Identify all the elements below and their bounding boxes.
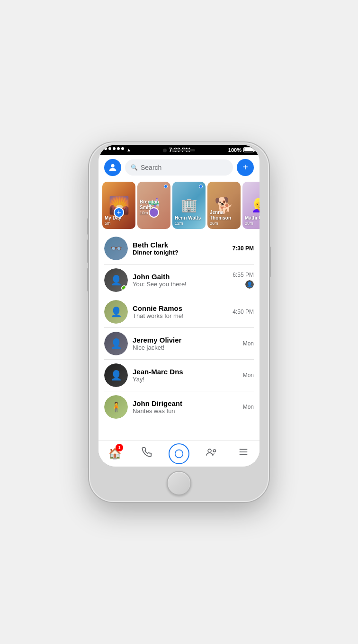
phone-screen: ▲ 7:30 PM 100% 🔍 xyxy=(98,145,260,467)
conv-item-john-d[interactable]: 🧍 John Dirigeant Nantes was fun Mon xyxy=(98,391,260,423)
signal-dot-5 xyxy=(121,147,124,150)
power-button[interactable] xyxy=(269,247,271,277)
compose-button[interactable]: + xyxy=(237,159,254,176)
conv-item-beth[interactable]: 👓 Beth Clark Dinner tonight? 7:30 PM xyxy=(98,233,260,264)
conv-item-john[interactable]: 👤 John Gaith You: See you there! 6:55 PM… xyxy=(98,265,260,296)
home-button[interactable] xyxy=(167,471,191,495)
battery-icon xyxy=(243,147,254,152)
svg-point-1 xyxy=(175,450,183,458)
conversations-list: 👓 Beth Clark Dinner tonight? 7:30 PM 👤 xyxy=(98,233,260,441)
conv-name-beth: Beth Clark xyxy=(133,241,228,249)
profile-icon xyxy=(107,162,118,173)
volume-up-button[interactable] xyxy=(87,239,89,263)
story-my-day-label: My Day 5m xyxy=(105,215,121,226)
nav-camera[interactable] xyxy=(163,441,195,467)
conv-right-jeanmarc: Mon xyxy=(243,372,254,379)
conv-item-jeanmarc[interactable]: 👤 Jean-Marc Dns Yay! Mon xyxy=(98,360,260,391)
svg-point-0 xyxy=(111,164,114,167)
story-brendan[interactable]: 🧋 Brendan Smith 10m xyxy=(137,182,170,229)
camera-svg-icon xyxy=(174,449,184,459)
search-icon: 🔍 xyxy=(131,164,138,171)
conv-avatar-john: 👤 xyxy=(104,268,128,292)
battery-percent: 100% xyxy=(228,147,242,153)
stories-section: 🌄 + My Day 5m 🧋 B xyxy=(98,180,260,233)
conv-time-beth: 7:30 PM xyxy=(233,245,254,252)
story-mathilde-image: 👱‍♀️ xyxy=(251,197,260,213)
conv-item-connie[interactable]: 👤 Connie Ramos That works for me! 4:50 P… xyxy=(98,296,260,327)
story-bg-henri: 🏢 Henri Watts 12m xyxy=(172,182,206,229)
conv-right-john: 6:55 PM 👤 xyxy=(233,272,254,289)
battery-area: 100% xyxy=(228,147,254,153)
read-receipt-john: 👤 xyxy=(245,280,254,289)
conv-details-john-d: John Dirigeant Nantes was fun xyxy=(133,399,238,415)
home-button-area xyxy=(167,467,191,500)
conv-right-jeremy: Mon xyxy=(243,340,254,347)
conv-item-jeremy[interactable]: 👤 Jeremy Olivier Nice jacket! Mon xyxy=(98,328,260,359)
conv-avatar-beth: 👓 xyxy=(104,237,128,260)
conv-avatar-img-beth: 👓 xyxy=(104,237,128,260)
menu-svg-icon xyxy=(238,448,249,457)
story-bg-brendan: 🧋 Brendan Smith 10m xyxy=(137,182,170,229)
camera-circle-button[interactable] xyxy=(169,443,189,464)
conv-avatar-connie: 👤 xyxy=(104,300,128,324)
conv-name-jeanmarc: Jean-Marc Dns xyxy=(133,368,238,376)
battery-fill xyxy=(244,148,253,151)
story-brendan-dot xyxy=(164,185,168,188)
people-icon xyxy=(206,447,217,460)
bottom-navigation: 🏠 1 xyxy=(98,441,260,467)
story-henri-image: 🏢 xyxy=(181,197,197,213)
online-indicator-john xyxy=(121,285,127,291)
wifi-icon: ▲ xyxy=(126,147,131,152)
nav-people[interactable] xyxy=(195,441,227,467)
search-bar[interactable]: 🔍 Search xyxy=(125,159,233,176)
speaker-grille xyxy=(171,149,195,151)
conv-avatar-img-jeanmarc: 👤 xyxy=(104,363,128,387)
front-camera xyxy=(163,149,167,152)
conv-avatar-jeanmarc: 👤 xyxy=(104,363,128,387)
profile-avatar-button[interactable] xyxy=(104,159,121,176)
conv-time-connie: 4:50 PM xyxy=(233,309,254,315)
phone-frame: ▲ 7:30 PM 100% 🔍 xyxy=(89,142,269,502)
signal-dot-2 xyxy=(108,147,111,150)
story-bg-my-day: 🌄 + My Day 5m xyxy=(102,182,135,229)
svg-point-2 xyxy=(208,449,211,452)
read-receipt-img-john: 👤 xyxy=(245,280,254,289)
compose-icon: + xyxy=(242,162,248,173)
nav-calls[interactable] xyxy=(131,441,163,467)
signal-area: ▲ xyxy=(104,147,131,152)
conv-time-jeanmarc: Mon xyxy=(243,372,254,379)
volume-down-button[interactable] xyxy=(87,268,89,291)
nav-home[interactable]: 🏠 1 xyxy=(98,441,131,467)
nav-menu[interactable] xyxy=(227,441,260,467)
conv-details-beth: Beth Clark Dinner tonight? xyxy=(133,241,228,256)
conv-name-john: John Gaith xyxy=(133,273,228,281)
conv-preview-connie: That works for me! xyxy=(133,312,228,319)
conv-avatar-img-jeremy: 👤 xyxy=(104,332,128,355)
conv-details-john: John Gaith You: See you there! xyxy=(133,273,228,288)
conv-right-john-d: Mon xyxy=(243,404,254,410)
story-brendan-label: Brendan Smith 10m xyxy=(140,199,170,216)
phone-svg-icon xyxy=(142,447,152,458)
conv-time-john-d: Mon xyxy=(243,404,254,410)
conv-avatar-img-john-d: 🧍 xyxy=(104,395,128,419)
conv-name-jeremy: Jeremy Olivier xyxy=(133,336,238,344)
home-badge: 1 xyxy=(116,444,123,451)
conv-preview-jeanmarc: Yay! xyxy=(133,376,238,383)
app-header: 🔍 Search + xyxy=(98,155,260,180)
story-jenna-label: Jenna Thomson 26m xyxy=(210,210,241,226)
story-henri[interactable]: 🏢 Henri Watts 12m xyxy=(172,182,206,229)
menu-icon xyxy=(238,448,249,460)
story-mathilde[interactable]: 👱‍♀️ Mathi Olivie 28m xyxy=(242,182,260,229)
phone-top-notch xyxy=(132,145,226,152)
conv-name-john-d: John Dirigeant xyxy=(133,399,238,407)
signal-dot-1 xyxy=(104,147,107,150)
conv-details-jeanmarc: Jean-Marc Dns Yay! xyxy=(133,368,238,383)
conv-preview-john-d: Nantes was fun xyxy=(133,407,238,415)
conv-avatar-john-d: 🧍 xyxy=(104,395,128,419)
story-bg-mathilde: 👱‍♀️ Mathi Olivie 28m xyxy=(242,182,260,229)
story-my-day[interactable]: 🌄 + My Day 5m xyxy=(102,182,135,229)
conv-details-jeremy: Jeremy Olivier Nice jacket! xyxy=(133,336,238,351)
conv-right-beth: 7:30 PM xyxy=(233,245,254,252)
story-jenna[interactable]: 🐕 Jenna Thomson 26m xyxy=(207,182,241,229)
story-mathilde-label: Mathi Olivie 28m xyxy=(245,215,260,226)
